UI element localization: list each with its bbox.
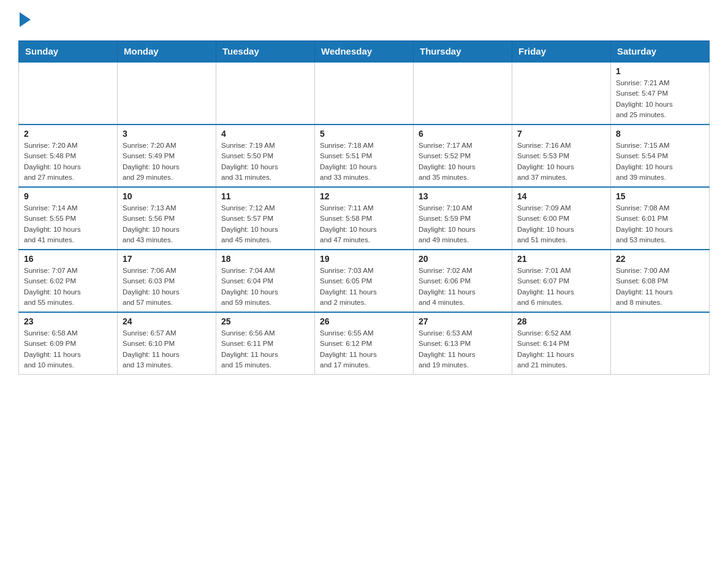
day-number: 20 — [419, 254, 507, 264]
day-info: Sunrise: 7:18 AMSunset: 5:51 PMDaylight:… — [320, 140, 408, 183]
table-row: 14Sunrise: 7:09 AMSunset: 6:00 PMDayligh… — [512, 187, 611, 250]
table-row: 25Sunrise: 6:56 AMSunset: 6:11 PMDayligh… — [216, 312, 315, 375]
calendar-week-row: 16Sunrise: 7:07 AMSunset: 6:02 PMDayligh… — [19, 250, 710, 312]
day-number: 28 — [517, 316, 605, 326]
table-row: 21Sunrise: 7:01 AMSunset: 6:07 PMDayligh… — [512, 250, 611, 312]
calendar-week-row: 1Sunrise: 7:21 AMSunset: 5:47 PMDaylight… — [19, 62, 710, 124]
table-row: 16Sunrise: 7:07 AMSunset: 6:02 PMDayligh… — [19, 250, 118, 312]
table-row: 12Sunrise: 7:11 AMSunset: 5:58 PMDayligh… — [315, 187, 414, 250]
day-number: 18 — [221, 254, 309, 264]
day-info: Sunrise: 7:20 AMSunset: 5:49 PMDaylight:… — [123, 140, 211, 183]
calendar-week-row: 23Sunrise: 6:58 AMSunset: 6:09 PMDayligh… — [19, 312, 710, 375]
table-row: 15Sunrise: 7:08 AMSunset: 6:01 PMDayligh… — [611, 187, 710, 250]
day-number: 22 — [616, 254, 704, 264]
day-number: 4 — [221, 129, 309, 139]
day-number: 7 — [517, 129, 605, 139]
table-row: 4Sunrise: 7:19 AMSunset: 5:50 PMDaylight… — [216, 124, 315, 187]
table-row: 20Sunrise: 7:02 AMSunset: 6:06 PMDayligh… — [414, 250, 512, 312]
day-number: 3 — [123, 129, 211, 139]
day-info: Sunrise: 7:11 AMSunset: 5:58 PMDaylight:… — [320, 203, 408, 245]
day-number: 15 — [616, 191, 704, 201]
day-info: Sunrise: 7:17 AMSunset: 5:52 PMDaylight:… — [419, 140, 507, 183]
day-number: 1 — [616, 66, 704, 76]
table-row: 3Sunrise: 7:20 AMSunset: 5:49 PMDaylight… — [118, 124, 216, 187]
col-sunday: Sunday — [19, 41, 118, 63]
table-row — [315, 62, 414, 124]
day-info: Sunrise: 7:21 AMSunset: 5:47 PMDaylight:… — [616, 78, 704, 120]
day-info: Sunrise: 7:10 AMSunset: 5:59 PMDaylight:… — [419, 203, 507, 245]
day-number: 5 — [320, 129, 408, 139]
day-number: 19 — [320, 254, 408, 264]
col-friday: Friday — [512, 41, 611, 63]
day-number: 9 — [24, 191, 112, 201]
day-info: Sunrise: 7:03 AMSunset: 6:05 PMDaylight:… — [320, 266, 408, 308]
day-number: 13 — [419, 191, 507, 201]
page-header — [18, 12, 710, 28]
table-row: 11Sunrise: 7:12 AMSunset: 5:57 PMDayligh… — [216, 187, 315, 250]
table-row — [414, 62, 512, 124]
day-number: 2 — [24, 129, 112, 139]
day-info: Sunrise: 7:06 AMSunset: 6:03 PMDaylight:… — [123, 266, 211, 308]
day-info: Sunrise: 7:13 AMSunset: 5:56 PMDaylight:… — [123, 203, 211, 245]
day-number: 24 — [123, 316, 211, 326]
day-info: Sunrise: 6:55 AMSunset: 6:12 PMDaylight:… — [320, 328, 408, 370]
day-info: Sunrise: 6:56 AMSunset: 6:11 PMDaylight:… — [221, 328, 309, 370]
day-info: Sunrise: 7:01 AMSunset: 6:07 PMDaylight:… — [517, 266, 605, 308]
day-info: Sunrise: 7:04 AMSunset: 6:04 PMDaylight:… — [221, 266, 309, 308]
day-number: 14 — [517, 191, 605, 201]
col-thursday: Thursday — [414, 41, 512, 63]
day-info: Sunrise: 7:02 AMSunset: 6:06 PMDaylight:… — [419, 266, 507, 308]
table-row — [118, 62, 216, 124]
day-number: 16 — [24, 254, 112, 264]
day-number: 17 — [123, 254, 211, 264]
table-row — [216, 62, 315, 124]
day-number: 12 — [320, 191, 408, 201]
table-row: 23Sunrise: 6:58 AMSunset: 6:09 PMDayligh… — [19, 312, 118, 375]
table-row: 19Sunrise: 7:03 AMSunset: 6:05 PMDayligh… — [315, 250, 414, 312]
logo-triangle-icon — [20, 12, 31, 27]
table-row: 1Sunrise: 7:21 AMSunset: 5:47 PMDaylight… — [611, 62, 710, 124]
day-info: Sunrise: 7:14 AMSunset: 5:55 PMDaylight:… — [24, 203, 112, 245]
table-row: 22Sunrise: 7:00 AMSunset: 6:08 PMDayligh… — [611, 250, 710, 312]
table-row — [611, 312, 710, 375]
table-row: 28Sunrise: 6:52 AMSunset: 6:14 PMDayligh… — [512, 312, 611, 375]
day-info: Sunrise: 7:15 AMSunset: 5:54 PMDaylight:… — [616, 140, 704, 183]
day-number: 26 — [320, 316, 408, 326]
col-saturday: Saturday — [611, 41, 710, 63]
table-row: 18Sunrise: 7:04 AMSunset: 6:04 PMDayligh… — [216, 250, 315, 312]
day-info: Sunrise: 7:00 AMSunset: 6:08 PMDaylight:… — [616, 266, 704, 308]
table-row: 8Sunrise: 7:15 AMSunset: 5:54 PMDaylight… — [611, 124, 710, 187]
day-info: Sunrise: 7:08 AMSunset: 6:01 PMDaylight:… — [616, 203, 704, 245]
col-tuesday: Tuesday — [216, 41, 315, 63]
day-info: Sunrise: 7:07 AMSunset: 6:02 PMDaylight:… — [24, 266, 112, 308]
day-number: 27 — [419, 316, 507, 326]
table-row: 5Sunrise: 7:18 AMSunset: 5:51 PMDaylight… — [315, 124, 414, 187]
day-info: Sunrise: 7:19 AMSunset: 5:50 PMDaylight:… — [221, 140, 309, 183]
table-row: 10Sunrise: 7:13 AMSunset: 5:56 PMDayligh… — [118, 187, 216, 250]
table-row: 26Sunrise: 6:55 AMSunset: 6:12 PMDayligh… — [315, 312, 414, 375]
logo — [18, 12, 31, 28]
table-row: 24Sunrise: 6:57 AMSunset: 6:10 PMDayligh… — [118, 312, 216, 375]
calendar-header-row: Sunday Monday Tuesday Wednesday Thursday… — [19, 41, 710, 63]
table-row — [19, 62, 118, 124]
day-info: Sunrise: 6:58 AMSunset: 6:09 PMDaylight:… — [24, 328, 112, 370]
day-info: Sunrise: 6:52 AMSunset: 6:14 PMDaylight:… — [517, 328, 605, 370]
table-row: 2Sunrise: 7:20 AMSunset: 5:48 PMDaylight… — [19, 124, 118, 187]
calendar-week-row: 2Sunrise: 7:20 AMSunset: 5:48 PMDaylight… — [19, 124, 710, 187]
col-monday: Monday — [118, 41, 216, 63]
table-row: 17Sunrise: 7:06 AMSunset: 6:03 PMDayligh… — [118, 250, 216, 312]
day-info: Sunrise: 7:12 AMSunset: 5:57 PMDaylight:… — [221, 203, 309, 245]
table-row: 6Sunrise: 7:17 AMSunset: 5:52 PMDaylight… — [414, 124, 512, 187]
table-row — [512, 62, 611, 124]
day-number: 8 — [616, 129, 704, 139]
calendar-table: Sunday Monday Tuesday Wednesday Thursday… — [18, 40, 710, 375]
day-number: 23 — [24, 316, 112, 326]
day-info: Sunrise: 6:53 AMSunset: 6:13 PMDaylight:… — [419, 328, 507, 370]
day-number: 6 — [419, 129, 507, 139]
table-row: 13Sunrise: 7:10 AMSunset: 5:59 PMDayligh… — [414, 187, 512, 250]
day-info: Sunrise: 7:16 AMSunset: 5:53 PMDaylight:… — [517, 140, 605, 183]
table-row: 9Sunrise: 7:14 AMSunset: 5:55 PMDaylight… — [19, 187, 118, 250]
table-row: 27Sunrise: 6:53 AMSunset: 6:13 PMDayligh… — [414, 312, 512, 375]
calendar-week-row: 9Sunrise: 7:14 AMSunset: 5:55 PMDaylight… — [19, 187, 710, 250]
day-number: 11 — [221, 191, 309, 201]
